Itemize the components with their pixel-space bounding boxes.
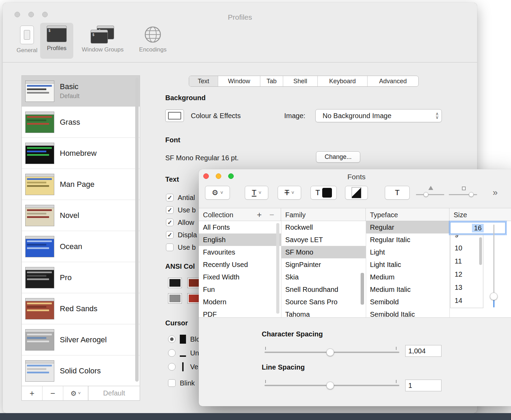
- collection-item[interactable]: Recently Used: [199, 258, 281, 271]
- collection-item[interactable]: Favourites: [199, 246, 281, 258]
- checkbox-checked[interactable]: ✓: [166, 206, 174, 214]
- collection-item-selected[interactable]: English: [199, 233, 281, 246]
- profile-row-red-sands[interactable]: Red Sands: [22, 293, 140, 324]
- family-item[interactable]: Tahoma: [281, 308, 366, 318]
- remove-collection-button[interactable]: −: [269, 210, 274, 220]
- text-shadow-button[interactable]: T: [385, 186, 410, 200]
- family-item[interactable]: Skia: [281, 271, 366, 283]
- character-spacing-thumb[interactable]: [326, 349, 334, 356]
- colour-effects-button[interactable]: Colour & Effects: [165, 108, 241, 123]
- typeface-item[interactable]: Semibold: [366, 296, 449, 308]
- profile-name: Homebrew: [60, 149, 96, 158]
- collection-item[interactable]: Fixed Width: [199, 271, 281, 283]
- ansi-colour-well-black[interactable]: [168, 278, 182, 288]
- profile-row-pro[interactable]: Pro: [22, 262, 140, 293]
- profile-row-ocean[interactable]: Ocean: [22, 231, 140, 262]
- checkbox-checked[interactable]: ✓: [166, 231, 174, 239]
- size-item[interactable]: 10: [450, 241, 483, 255]
- family-item-selected[interactable]: SF Mono: [281, 246, 366, 258]
- profile-settings-tabs: Text Window Tab Shell Keyboard Advanced: [189, 76, 419, 87]
- tab-tab[interactable]: Tab: [260, 76, 283, 86]
- family-item[interactable]: Savoye LET: [281, 233, 366, 246]
- family-scrollbar[interactable]: [361, 273, 364, 305]
- line-spacing-value[interactable]: 1: [405, 380, 442, 391]
- cursor-option-vertical-bar[interactable]: Ve: [168, 360, 198, 374]
- radio-unselected[interactable]: [168, 349, 176, 357]
- family-item[interactable]: Rockwell: [281, 221, 366, 233]
- radio-unselected[interactable]: [168, 363, 176, 371]
- typeface-item[interactable]: Light Italic: [366, 258, 449, 271]
- tab-shell[interactable]: Shell: [283, 76, 318, 86]
- profile-list-scrollbar[interactable]: [135, 78, 139, 382]
- cursor-option-block[interactable]: Blo: [168, 332, 200, 346]
- slider-thumb[interactable]: [424, 192, 428, 197]
- profile-row-man-page[interactable]: Man Page: [22, 169, 140, 200]
- remove-profile-button[interactable]: −: [43, 386, 63, 400]
- typeface-item-selected[interactable]: Regular: [366, 221, 449, 233]
- profile-row-silver-aerogel[interactable]: Silver Aerogel: [22, 324, 140, 355]
- radio-selected[interactable]: [168, 335, 176, 343]
- strikethrough-style-button[interactable]: T˅: [278, 186, 301, 200]
- size-list-scrollbar[interactable]: [479, 237, 482, 265]
- typeface-item[interactable]: Medium Italic: [366, 283, 449, 296]
- collection-item[interactable]: Modern: [199, 296, 281, 308]
- shadow-blur-slider[interactable]: [449, 186, 477, 200]
- tab-advanced[interactable]: Advanced: [368, 76, 418, 86]
- character-spacing-value[interactable]: 1,004: [405, 345, 442, 357]
- profile-row-novel[interactable]: Novel: [22, 200, 140, 231]
- tab-keyboard[interactable]: Keyboard: [318, 76, 368, 86]
- tab-window[interactable]: Window: [218, 76, 260, 86]
- typeface-item[interactable]: Light: [366, 246, 449, 258]
- collection-scrollbar[interactable]: [276, 223, 279, 314]
- ansi-colour-well-gray[interactable]: [168, 293, 182, 304]
- default-profile-button[interactable]: Default: [88, 386, 140, 400]
- checkbox-checked[interactable]: ✓: [166, 194, 174, 201]
- size-item[interactable]: 9: [450, 235, 483, 241]
- profile-row-basic[interactable]: BasicDefault: [22, 76, 140, 107]
- size-item[interactable]: 14: [450, 294, 483, 307]
- add-collection-button[interactable]: +: [257, 210, 262, 220]
- toolbar-item-profiles[interactable]: $ Profiles: [40, 23, 73, 59]
- profile-row-solid-colors[interactable]: Solid Colors: [22, 355, 140, 386]
- tab-text[interactable]: Text: [189, 76, 218, 86]
- toolbar-item-window-groups[interactable]: $ $ Window Groups: [73, 23, 132, 59]
- slider-thumb[interactable]: [469, 192, 474, 197]
- typeface-item[interactable]: Regular Italic: [366, 233, 449, 246]
- line-spacing-thumb[interactable]: [326, 382, 334, 389]
- change-font-button[interactable]: Change...: [316, 151, 360, 163]
- toolbar-overflow-icon[interactable]: »: [493, 187, 498, 198]
- size-item[interactable]: 11: [450, 255, 483, 268]
- family-item[interactable]: SignPainter: [281, 258, 366, 271]
- profile-row-homebrew[interactable]: Homebrew: [22, 138, 140, 169]
- size-slider-thumb[interactable]: [490, 293, 498, 300]
- cursor-option-underline[interactable]: Un: [168, 346, 199, 360]
- toolbar-item-encodings[interactable]: Encodings: [132, 23, 174, 59]
- font-size-input[interactable]: 16: [450, 222, 505, 234]
- document-colour-button[interactable]: [345, 186, 368, 200]
- checkbox-unchecked[interactable]: [166, 244, 174, 251]
- text-colour-icon: T: [315, 188, 320, 197]
- background-image-dropdown[interactable]: No Background Image ∧∨: [315, 109, 442, 122]
- profile-thumbnail: [25, 329, 54, 351]
- family-item[interactable]: Source Sans Pro: [281, 296, 366, 308]
- add-profile-button[interactable]: +: [22, 386, 43, 400]
- underline-style-button[interactable]: T˅: [245, 186, 268, 200]
- blink-checkbox[interactable]: [168, 379, 176, 387]
- font-actions-button[interactable]: ⚙˅: [205, 186, 230, 200]
- collection-item[interactable]: Fun: [199, 283, 281, 296]
- size-item[interactable]: 12: [450, 268, 483, 281]
- collection-item[interactable]: PDF: [199, 308, 281, 318]
- typeface-item[interactable]: Semibold Italic: [366, 308, 449, 318]
- checkbox-label: Use b: [178, 206, 196, 214]
- checkbox-checked[interactable]: ✓: [166, 219, 174, 226]
- toolbar-item-general[interactable]: General: [14, 23, 40, 59]
- typeface-item[interactable]: Medium: [366, 271, 449, 283]
- family-item[interactable]: Snell Roundhand: [281, 283, 366, 296]
- profile-row-grass[interactable]: Grass: [22, 107, 140, 138]
- collection-item[interactable]: All Fonts: [199, 221, 281, 233]
- shadow-opacity-slider[interactable]: [416, 186, 444, 200]
- size-item[interactable]: 13: [450, 281, 483, 294]
- profile-name: Ocean: [60, 242, 82, 251]
- profile-actions-button[interactable]: ⚙˅: [63, 386, 88, 400]
- text-colour-button[interactable]: T: [310, 186, 337, 200]
